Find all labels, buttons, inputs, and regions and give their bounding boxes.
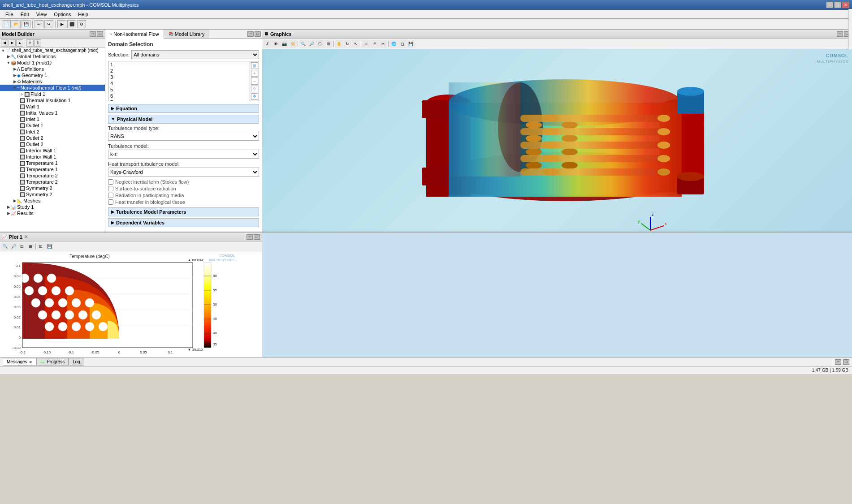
- tree-info-btn[interactable]: ℹ: [34, 39, 41, 47]
- plot-zoom-box[interactable]: ⊞: [26, 242, 35, 250]
- run-button[interactable]: ▶: [57, 20, 66, 28]
- domain-move-btn[interactable]: ✥: [251, 93, 258, 100]
- domain-item-4[interactable]: 4: [108, 80, 250, 86]
- turbulence-params-section-header[interactable]: ▶ Turbulence Model Parameters: [108, 207, 259, 216]
- tab-non-isothermal-flow[interactable]: ~ Non-Isothermal Flow: [105, 30, 164, 39]
- expand-root[interactable]: ▼: [1, 48, 5, 53]
- tree-up-btn[interactable]: ▲: [16, 39, 23, 47]
- tree-back-btn[interactable]: ◀: [1, 39, 8, 47]
- graphics-scene-btn[interactable]: 🌐: [389, 40, 398, 48]
- minimize-button[interactable]: ─: [826, 2, 833, 8]
- tree-item-inlet2[interactable]: 🔲 Inlet 2: [0, 129, 105, 135]
- domain-remove-btn[interactable]: −: [251, 78, 258, 84]
- expand-nitf[interactable]: ▼: [13, 86, 17, 90]
- tree-item-root[interactable]: ▼ 📄 shell_and_tube_heat_exchanger.mph (r…: [0, 47, 105, 53]
- tree-item-study1[interactable]: ▶ 📊 Study 1: [0, 204, 105, 210]
- graphics-cam-btn[interactable]: 📷: [280, 40, 288, 48]
- plot-save[interactable]: 💾: [45, 242, 53, 250]
- tree-item-global[interactable]: ▶ 🔧 Global Definitions: [0, 53, 105, 60]
- tree-item-definitions[interactable]: ▶ Λ Definitions: [0, 66, 105, 72]
- physical-model-section-header[interactable]: ▼ Physical Model: [108, 115, 259, 124]
- domain-item-6[interactable]: 6: [108, 93, 250, 99]
- tree-item-materials[interactable]: ▶ ⚙ Materials: [0, 78, 105, 85]
- expand-global[interactable]: ▶: [6, 54, 11, 59]
- plot-zoom-fit[interactable]: ⊡: [18, 242, 26, 250]
- tree-item-outlet1[interactable]: 🔲 Outlet 1: [0, 122, 105, 129]
- tree-item-hclayer1[interactable]: 🔲 Symmetry 2: [0, 191, 105, 198]
- domain-item-1[interactable]: 1: [108, 61, 250, 68]
- expand-meshes[interactable]: ▶: [13, 198, 17, 203]
- tree-collapse-btn[interactable]: ≡: [26, 39, 34, 47]
- domain-item-7[interactable]: 7: [108, 99, 250, 101]
- plot-zoom-in[interactable]: 🔍: [1, 242, 9, 250]
- middle-maximize-btn[interactable]: □: [255, 31, 261, 37]
- graphics-rotate-btn[interactable]: ↻: [343, 40, 351, 48]
- plot-minimize-btn[interactable]: ─: [247, 234, 253, 240]
- expand-geometry1[interactable]: ▶: [13, 73, 17, 78]
- checkbox-stokes-input[interactable]: [108, 179, 113, 185]
- tree-item-results[interactable]: ▶ 📈 Results: [0, 210, 105, 216]
- tree-item-temp2[interactable]: 🔲 Temperature 2: [0, 172, 105, 179]
- panel-maximize-btn[interactable]: □: [97, 31, 103, 37]
- menu-file[interactable]: File: [2, 11, 17, 18]
- tree-item-outflow2[interactable]: 🔲 Temperature 2: [0, 179, 105, 185]
- tree-item-interiorwall1[interactable]: 🔲 Interior Wall 1: [0, 147, 105, 154]
- graphics-zoom-box-btn[interactable]: ⊞: [324, 40, 333, 48]
- plot-copy[interactable]: ⊡: [37, 242, 45, 250]
- turbulence-type-select[interactable]: RANS LES None: [108, 132, 259, 141]
- graphics-axes-btn[interactable]: ⊹: [362, 40, 370, 48]
- checkbox-rad-input[interactable]: [108, 193, 113, 198]
- tree-item-meshes[interactable]: ▶ 📐 Meshes: [0, 198, 105, 204]
- redo-button[interactable]: ↪: [44, 20, 53, 28]
- expand-definitions[interactable]: ▶: [13, 67, 17, 71]
- graphics-zoom-out-btn[interactable]: 🔎: [307, 40, 316, 48]
- expand-model1[interactable]: ▼: [6, 60, 11, 65]
- domain-paste-btn[interactable]: ⊞: [251, 62, 258, 69]
- middle-minimize-btn[interactable]: ─: [247, 31, 254, 37]
- graphics-reset-btn[interactable]: ↺: [263, 40, 271, 48]
- open-button[interactable]: 📂: [12, 20, 21, 28]
- domain-add-btn[interactable]: +: [251, 70, 258, 77]
- domain-target-btn[interactable]: ⊹: [251, 86, 258, 92]
- graphics-export-btn[interactable]: 💾: [407, 40, 415, 48]
- graphics-eye-btn[interactable]: 👁: [272, 40, 280, 48]
- tree-item-interiorwall2[interactable]: 🔲 Interior Wall 1: [0, 154, 105, 160]
- domain-item-2[interactable]: 2: [108, 68, 250, 74]
- expand-fluid1[interactable]: ▶: [20, 92, 24, 96]
- tree-item-wall1[interactable]: 🔲 Wall 1: [0, 103, 105, 110]
- tree-item-outflow1[interactable]: 🔲 Temperature 1: [0, 166, 105, 172]
- save-button[interactable]: 💾: [22, 20, 30, 28]
- new-button[interactable]: 📄: [2, 20, 11, 28]
- stop-button[interactable]: ⬛: [67, 20, 76, 28]
- dependent-vars-section-header[interactable]: ▶ Dependent Variables: [108, 218, 259, 227]
- equation-section-header[interactable]: ▶ Equation: [108, 104, 259, 113]
- domain-item-5[interactable]: 5: [108, 86, 250, 93]
- tree-item-initialvals[interactable]: 🔲 Initial Values 1: [0, 110, 105, 116]
- status-tab-log[interactable]: Log: [69, 358, 84, 366]
- graphics-clip-btn[interactable]: ✂: [379, 40, 387, 48]
- selection-dropdown[interactable]: All domains: [131, 50, 259, 59]
- tab-model-library[interactable]: 📚 Model Library: [164, 30, 210, 38]
- maximize-button[interactable]: □: [834, 2, 841, 8]
- graphics-zoom-in-btn[interactable]: 🔍: [299, 40, 307, 48]
- menu-options[interactable]: Options: [50, 11, 74, 18]
- plot-zoom-out[interactable]: 🔎: [9, 242, 17, 250]
- status-tab-progress[interactable]: — Progress: [36, 358, 69, 366]
- graphics-area[interactable]: COMSOL MULTIPHYSICS: [262, 49, 852, 232]
- tree-item-outlet2[interactable]: 🔲 Outlet 2: [0, 135, 105, 141]
- tree-item-inlet1[interactable]: 🔲 Inlet 1: [0, 116, 105, 122]
- undo-button[interactable]: ↩: [35, 20, 43, 28]
- heat-transport-select[interactable]: Kays-Crawford Simple Gradient Diffusion: [108, 168, 259, 177]
- close-button[interactable]: ✕: [842, 2, 849, 8]
- tree-item-symmetry1[interactable]: 🔲 Outlet 2: [0, 141, 105, 147]
- panel-minimize-btn[interactable]: ─: [90, 31, 96, 37]
- status-minimize-btn[interactable]: ─: [835, 359, 841, 365]
- graphics-view-btn[interactable]: ◻: [398, 40, 406, 48]
- graphics-select-btn[interactable]: ↖: [352, 40, 360, 48]
- menu-help[interactable]: Help: [74, 11, 92, 18]
- menu-edit[interactable]: Edit: [17, 11, 33, 18]
- expand-study1[interactable]: ▶: [6, 205, 11, 209]
- tree-item-symmetry2[interactable]: 🔲 Symmetry 2: [0, 185, 105, 191]
- expand-results[interactable]: ▶: [6, 211, 11, 215]
- tree-forward-btn[interactable]: ▶: [9, 39, 16, 47]
